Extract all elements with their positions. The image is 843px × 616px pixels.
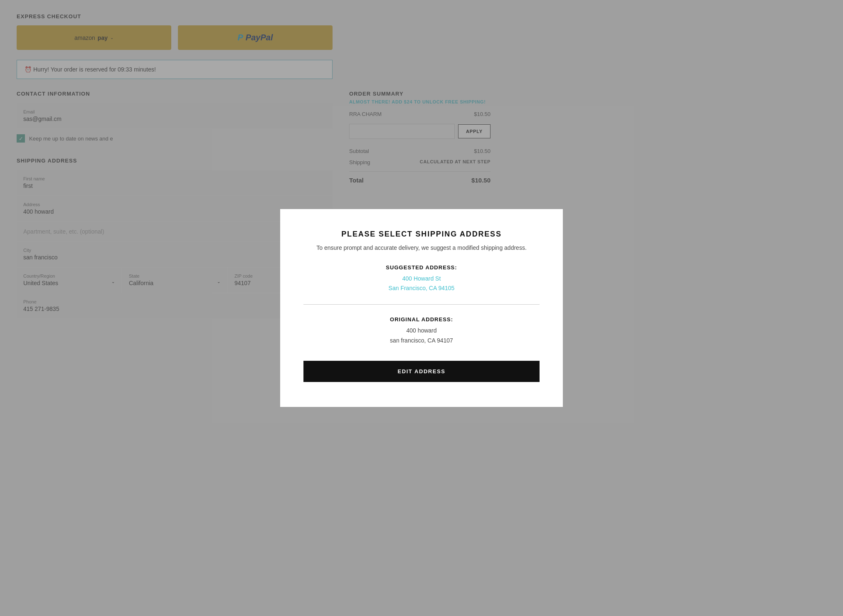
suggested-address-section: SUGGESTED ADDRESS: 400 Howard St San Fra…: [303, 264, 540, 293]
original-line2: san francisco, CA 94107: [303, 336, 540, 346]
modal-divider: [303, 304, 540, 305]
modal-title: PLEASE SELECT SHIPPING ADDRESS: [303, 230, 540, 239]
original-line1: 400 howard: [303, 326, 540, 336]
original-address-section: ORIGINAL ADDRESS: 400 howard san francis…: [303, 316, 540, 346]
shipping-address-modal: PLEASE SELECT SHIPPING ADDRESS To ensure…: [280, 209, 563, 407]
suggested-line2: San Francisco, CA 94105: [303, 283, 540, 293]
suggested-address-label: SUGGESTED ADDRESS:: [303, 264, 540, 271]
modal-overlay: PLEASE SELECT SHIPPING ADDRESS To ensure…: [0, 0, 843, 616]
original-address-label: ORIGINAL ADDRESS:: [303, 316, 540, 323]
suggested-address-value: 400 Howard St San Francisco, CA 94105: [303, 274, 540, 293]
modal-subtitle: To ensure prompt and accurate delivery, …: [303, 244, 540, 251]
edit-address-button[interactable]: EDIT ADDRESS: [303, 361, 540, 382]
suggested-line1: 400 Howard St: [303, 274, 540, 283]
original-address-value: 400 howard san francisco, CA 94107: [303, 326, 540, 346]
